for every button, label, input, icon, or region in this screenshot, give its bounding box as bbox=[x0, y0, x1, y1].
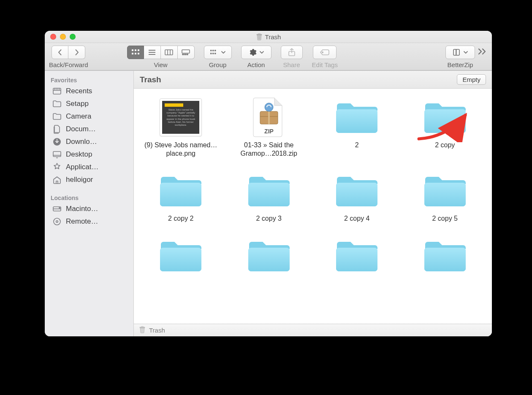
svg-rect-24 bbox=[53, 152, 61, 157]
betterzip-button[interactable] bbox=[445, 46, 475, 59]
toolbar-group-share: Share bbox=[281, 46, 303, 68]
action-button[interactable] bbox=[241, 46, 271, 59]
file-item-folder[interactable] bbox=[317, 235, 397, 279]
svg-rect-12 bbox=[187, 54, 188, 55]
svg-rect-14 bbox=[212, 50, 214, 51]
view-icons-button[interactable] bbox=[127, 46, 144, 59]
minimize-window-button[interactable] bbox=[60, 34, 66, 40]
disk-icon bbox=[52, 204, 62, 214]
applications-icon bbox=[52, 162, 62, 172]
sidebar-item-label: Macinto… bbox=[66, 205, 98, 213]
svg-rect-4 bbox=[138, 49, 139, 51]
svg-rect-2 bbox=[132, 49, 133, 51]
svg-rect-15 bbox=[214, 50, 216, 51]
sidebar-item-home[interactable]: helloigor bbox=[45, 173, 133, 186]
window-title-text: Trash bbox=[265, 33, 281, 41]
file-label: 2 copy 5 bbox=[432, 214, 458, 223]
file-item-folder[interactable]: 2 copy bbox=[405, 96, 486, 158]
svg-rect-45 bbox=[160, 248, 201, 271]
file-item-folder[interactable] bbox=[229, 235, 309, 279]
folder-icon bbox=[424, 170, 466, 212]
folder-icon bbox=[424, 235, 466, 277]
svg-point-20 bbox=[322, 52, 323, 53]
file-label: 2 copy 3 bbox=[256, 214, 282, 223]
image-thumbnail: Steve Jobs named his company "Apple" par… bbox=[160, 96, 202, 138]
svg-rect-43 bbox=[424, 183, 466, 206]
toolbar-label-betterzip: BetterZip bbox=[448, 61, 473, 68]
sidebar-item-label: Downlo… bbox=[66, 138, 97, 146]
view-columns-button[interactable] bbox=[161, 46, 178, 59]
view-gallery-button[interactable] bbox=[178, 46, 195, 59]
sidebar-item-setapp[interactable]: Setapp bbox=[45, 97, 133, 110]
svg-rect-0 bbox=[257, 34, 262, 35]
toolbar-label-group: Group bbox=[209, 61, 227, 68]
empty-trash-button[interactable]: Empty bbox=[457, 74, 486, 85]
toolbar-group-view: View bbox=[127, 46, 195, 68]
folder-icon bbox=[248, 235, 290, 277]
folder-icon bbox=[336, 235, 378, 277]
edit-tags-button[interactable] bbox=[313, 46, 337, 59]
file-label: 01-33 » Said the Gramop…2018.zip bbox=[229, 141, 309, 158]
sidebar-item-label: Applicat… bbox=[66, 163, 98, 171]
recents-icon bbox=[52, 87, 62, 96]
sidebar-item-applications[interactable]: Applicat… bbox=[45, 161, 133, 173]
sidebar-item-remote-disc[interactable]: Remote… bbox=[45, 215, 133, 228]
file-grid[interactable]: Steve Jobs named his company "Apple" par… bbox=[134, 89, 492, 324]
view-list-button[interactable] bbox=[144, 46, 161, 59]
toolbar-label-view: View bbox=[154, 61, 167, 68]
file-label: 2 copy 2 bbox=[168, 214, 193, 223]
zip-icon: ZIP bbox=[248, 96, 290, 138]
share-button[interactable] bbox=[281, 46, 303, 59]
file-label: 2 copy 4 bbox=[344, 214, 369, 223]
file-label: 2 bbox=[355, 141, 359, 149]
sidebar-item-label: Setapp bbox=[66, 100, 89, 108]
sidebar-item-recents[interactable]: Recents bbox=[45, 85, 133, 97]
svg-rect-41 bbox=[336, 183, 377, 206]
zoom-window-button[interactable] bbox=[70, 34, 76, 40]
group-button[interactable] bbox=[204, 46, 232, 59]
file-item-folder[interactable] bbox=[141, 235, 221, 279]
desktop-icon bbox=[52, 150, 62, 159]
svg-rect-37 bbox=[160, 183, 201, 206]
sidebar-item-downloads[interactable]: Downlo… bbox=[45, 135, 133, 148]
svg-rect-49 bbox=[336, 248, 377, 271]
sidebar-item-documents[interactable]: Docum… bbox=[45, 123, 133, 135]
file-item-folder[interactable]: 2 copy 3 bbox=[229, 170, 309, 223]
svg-rect-3 bbox=[135, 49, 136, 51]
sidebar-item-label: Remote… bbox=[66, 217, 98, 226]
file-item-image[interactable]: Steve Jobs named his company "Apple" par… bbox=[141, 96, 221, 158]
file-item-folder[interactable]: 2 copy 4 bbox=[317, 170, 397, 223]
window-title: Trash bbox=[45, 31, 492, 43]
toolbar-group-navigation: Back/Forward bbox=[49, 46, 88, 68]
documents-icon bbox=[52, 124, 62, 134]
folder-icon bbox=[52, 112, 62, 121]
file-item-folder[interactable]: 2 bbox=[317, 96, 397, 158]
sidebar-item-macintosh-hd[interactable]: Macinto… bbox=[45, 203, 133, 215]
close-window-button[interactable] bbox=[50, 34, 56, 40]
sidebar-item-label: Docum… bbox=[66, 125, 96, 133]
svg-point-27 bbox=[54, 218, 60, 225]
trash-icon bbox=[139, 326, 146, 335]
window-body: Favorites Recents Setapp Camera Docum… D… bbox=[45, 70, 492, 336]
sidebar-item-desktop[interactable]: Desktop bbox=[45, 148, 133, 161]
file-item-folder[interactable] bbox=[405, 235, 486, 279]
file-item-archive[interactable]: ZIP 01-33 » Said the Gramop…2018.zip bbox=[229, 96, 309, 158]
svg-rect-17 bbox=[212, 53, 214, 54]
toolbar-label-share: Share bbox=[283, 61, 300, 68]
forward-button[interactable] bbox=[68, 46, 85, 59]
svg-rect-1 bbox=[258, 33, 260, 34]
home-icon bbox=[52, 175, 62, 184]
svg-rect-51 bbox=[424, 248, 466, 271]
svg-rect-33 bbox=[336, 109, 377, 133]
svg-rect-18 bbox=[214, 53, 216, 54]
file-item-folder[interactable]: 2 copy 5 bbox=[405, 170, 486, 223]
svg-rect-16 bbox=[210, 53, 212, 54]
sidebar-item-camera[interactable]: Camera bbox=[45, 110, 133, 123]
downloads-icon bbox=[52, 137, 62, 146]
back-button[interactable] bbox=[52, 46, 68, 59]
file-item-folder[interactable]: 2 copy 2 bbox=[141, 170, 221, 223]
file-label: (9) Steve Jobs named…place.png bbox=[141, 141, 221, 158]
toolbar-overflow-button[interactable] bbox=[477, 48, 488, 55]
svg-rect-6 bbox=[135, 53, 136, 54]
svg-rect-9 bbox=[182, 50, 190, 53]
